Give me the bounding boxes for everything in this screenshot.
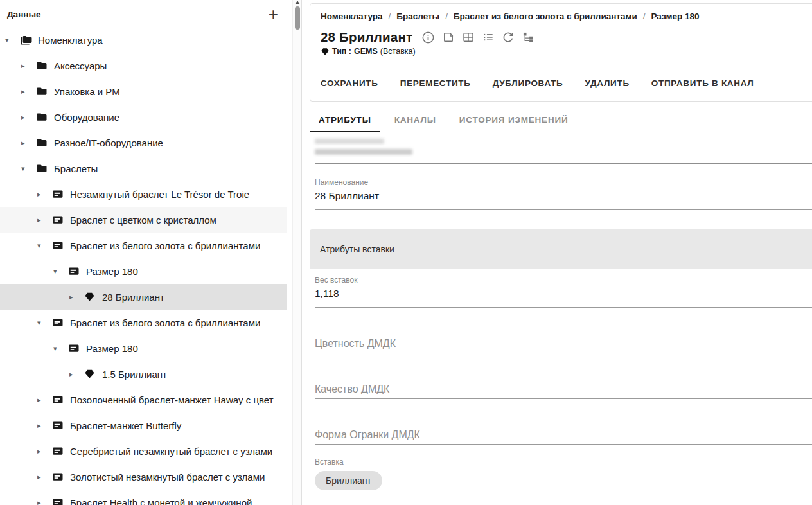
action-button[interactable]: ДУБЛИРОВАТЬ — [493, 78, 563, 88]
expand-right-icon[interactable]: ▸ — [37, 396, 52, 404]
header-card: Номенклатура/Браслеты/Браслет из белого … — [310, 3, 812, 102]
field-underline — [315, 209, 812, 210]
tree-row[interactable]: ▸1.5 Бриллиант — [0, 361, 287, 387]
breadcrumb-separator: / — [643, 12, 646, 21]
card-icon — [52, 420, 70, 431]
tab[interactable]: КАНАЛЫ — [385, 109, 445, 132]
tree-row[interactable]: ▸Браслет Health с монетой и жемчужиной — [0, 490, 287, 505]
action-button[interactable]: УДАЛИТЬ — [585, 78, 630, 88]
insert-chip[interactable]: Бриллиант — [315, 471, 382, 490]
type-label: Тип : — [332, 47, 351, 56]
tree-row[interactable]: ▸Незамкнутый браслет Le Trésor de Troie — [0, 181, 287, 207]
tab[interactable]: АТРИБУТЫ — [310, 109, 380, 132]
expand-down-icon[interactable]: ▾ — [37, 242, 52, 250]
breadcrumb-item[interactable]: Браслеты — [396, 12, 439, 21]
folder-icon — [36, 111, 54, 123]
action-button[interactable]: ОТПРАВИТЬ В КАНАЛ — [651, 78, 754, 88]
main-panel: Номенклатура/Браслеты/Браслет из белого … — [302, 0, 812, 505]
scroll-up-icon[interactable] — [295, 1, 300, 4]
card-icon — [52, 214, 70, 226]
breadcrumb-separator: / — [389, 12, 391, 21]
card-icon — [52, 188, 70, 200]
tree-row-label: 1.5 Бриллиант — [102, 369, 167, 380]
expand-right-icon[interactable]: ▸ — [21, 87, 36, 96]
expand-right-icon[interactable]: ▸ — [21, 139, 36, 147]
sidebar-scrollbar[interactable] — [292, 0, 302, 505]
scrollbar-thumb[interactable] — [295, 6, 300, 30]
tree-row[interactable]: ▸Браслет-манжет Butterfly — [0, 412, 287, 438]
expand-right-icon[interactable]: ▸ — [37, 499, 52, 505]
hierarchy-icon[interactable] — [522, 31, 534, 44]
type-link[interactable]: GEMS — [354, 47, 378, 56]
tree-row[interactable]: ▸28 Бриллиант — [0, 284, 287, 310]
tree-row[interactable]: ▸Оборудование — [0, 104, 287, 130]
section-title: Атрибуты вставки — [320, 244, 394, 254]
color-dmdk-input[interactable]: Цветность ДМДК — [315, 336, 812, 351]
redacted-value — [315, 149, 412, 155]
expand-down-icon[interactable]: ▾ — [5, 36, 20, 44]
expand-down-icon[interactable]: ▾ — [53, 344, 68, 353]
expand-right-icon[interactable]: ▸ — [37, 447, 52, 456]
breadcrumb-item[interactable]: Браслет из белого золота с бриллиантами — [454, 12, 637, 21]
tree-row[interactable]: ▸Аксессуары — [0, 53, 287, 78]
field-underline — [315, 353, 812, 353]
folder-icon — [36, 137, 54, 148]
tree-row[interactable]: ▸Упаковка и РМ — [0, 78, 287, 104]
tree-row[interactable]: ▾Браслет из белого золота с бриллиантами — [0, 233, 287, 258]
tree-row-label: Незамкнутый браслет Le Trésor de Troie — [70, 189, 249, 200]
tree-row-label: Браслет Health с монетой и жемчужиной — [70, 497, 252, 505]
tree-row[interactable]: ▾Браслет из белого золота с бриллиантами — [0, 310, 287, 335]
card-icon — [52, 240, 70, 251]
tree-row[interactable]: ▸Разное/IT-оборудование — [0, 130, 287, 155]
expand-right-icon[interactable]: ▸ — [37, 190, 52, 199]
expand-right-icon[interactable]: ▸ — [37, 216, 52, 224]
tree-row[interactable]: ▸Браслет с цветком с кристаллом — [0, 207, 287, 233]
expand-right-icon[interactable]: ▸ — [21, 113, 36, 121]
quality-dmdk-input[interactable]: Качество ДМДК — [315, 382, 812, 397]
gem-icon — [321, 48, 330, 56]
tree-row-label: Упаковка и РМ — [54, 86, 120, 97]
expand-right-icon[interactable]: ▸ — [69, 293, 84, 301]
expand-right-icon[interactable]: ▸ — [69, 370, 84, 378]
action-button[interactable]: ПЕРЕМЕСТИТЬ — [400, 78, 471, 88]
table-icon[interactable] — [462, 31, 475, 44]
action-button[interactable]: СОХРАНИТЬ — [321, 78, 378, 88]
breadcrumb: Номенклатура/Браслеты/Браслет из белого … — [321, 12, 805, 21]
tree-row-label: Браслет с цветком с кристаллом — [70, 215, 216, 226]
field-name: Наименование 28 Бриллиант — [315, 178, 812, 210]
field-color-dmdk: Цветность ДМДК — [315, 336, 812, 353]
refresh-icon[interactable] — [502, 31, 515, 44]
tree-row[interactable]: ▾Размер 180 — [0, 258, 287, 284]
breadcrumb-item[interactable]: Размер 180 — [651, 12, 700, 21]
tree-row[interactable]: ▸Позолоченный браслет-манжет Haway с цве… — [0, 387, 287, 412]
folder-icon — [36, 85, 54, 97]
tree-row-label: Позолоченный браслет-манжет Haway с цвет — [70, 394, 274, 405]
insert-weight-input[interactable]: 1,118 — [315, 288, 812, 299]
breadcrumb-item[interactable]: Номенклатура — [321, 12, 383, 21]
tab[interactable]: ИСТОРИЯ ИЗМЕНЕНИЙ — [450, 109, 578, 132]
list-icon[interactable] — [482, 31, 495, 44]
expand-right-icon[interactable]: ▸ — [37, 473, 52, 481]
tree-row[interactable]: ▸Серебристый незамкнутый браслет с узлам… — [0, 438, 287, 464]
field-label: Вес вставок — [315, 276, 812, 285]
field-insert: Вставка Бриллиант — [315, 457, 812, 490]
redacted-field — [315, 139, 812, 164]
tree-row[interactable]: ▾Браслеты — [0, 155, 287, 181]
expand-down-icon[interactable]: ▾ — [53, 267, 68, 276]
expand-right-icon[interactable]: ▸ — [21, 62, 36, 70]
tree-row[interactable]: ▾Номенклатура — [0, 27, 287, 53]
add-node-button[interactable]: + — [269, 7, 278, 21]
tree-row[interactable]: ▾Размер 180 — [0, 335, 287, 361]
info-icon[interactable] — [421, 31, 435, 44]
note-icon[interactable] — [442, 31, 455, 44]
name-input[interactable]: 28 Бриллиант — [315, 190, 812, 202]
cut-shape-dmdk-input[interactable]: Форма Огранки ДМДК — [315, 427, 812, 443]
expand-right-icon[interactable]: ▸ — [37, 421, 52, 430]
tree-row-label: 28 Бриллиант — [102, 292, 164, 303]
card-icon — [52, 394, 70, 405]
breadcrumb-separator: / — [445, 12, 448, 21]
expand-down-icon[interactable]: ▾ — [37, 319, 52, 327]
tree-row[interactable]: ▸Золотистый незамкнутый браслет с узлами — [0, 464, 287, 490]
expand-down-icon[interactable]: ▾ — [21, 164, 36, 173]
app: Данные + ▾Номенклатура▸Аксессуары▸Упаков… — [0, 0, 812, 505]
